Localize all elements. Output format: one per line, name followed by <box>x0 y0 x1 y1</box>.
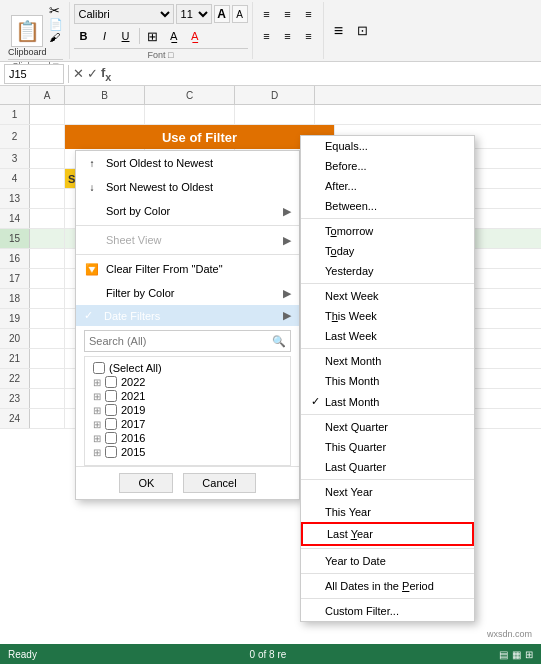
cell[interactable] <box>30 389 65 408</box>
bold-button[interactable]: B <box>74 26 94 46</box>
last-year-menu-item[interactable]: Last Year <box>301 522 474 546</box>
list-item[interactable]: ⊞ 2015 <box>93 445 282 459</box>
this-year-menu-item[interactable]: This Year <box>301 502 474 522</box>
next-month-menu-item[interactable]: Next Month <box>301 351 474 371</box>
insert-function-icon[interactable]: fx <box>101 65 111 83</box>
next-quarter-menu-item[interactable]: Next Quarter <box>301 417 474 437</box>
cell[interactable] <box>30 209 65 228</box>
align-center-button[interactable]: ≡ <box>278 26 298 46</box>
sort-color-menu-item[interactable]: Sort by Color ▶ <box>76 199 299 223</box>
cell-1a[interactable] <box>30 105 65 124</box>
cell[interactable] <box>30 369 65 388</box>
cancel-button[interactable]: Cancel <box>183 473 255 493</box>
last-month-menu-item[interactable]: ✓ Last Month <box>301 391 474 412</box>
cell-reference-input[interactable] <box>4 64 64 84</box>
cell[interactable] <box>30 189 65 208</box>
search-input[interactable] <box>85 335 268 347</box>
year-2017-checkbox[interactable] <box>105 418 117 430</box>
custom-filter-menu-item[interactable]: Custom Filter... <box>301 601 474 621</box>
equals-menu-item[interactable]: Equals... <box>301 136 474 156</box>
cell[interactable] <box>30 409 65 428</box>
cell-3a[interactable] <box>30 149 65 168</box>
yesterday-menu-item[interactable]: Yesterday <box>301 261 474 281</box>
select-all-checkbox[interactable] <box>93 362 105 374</box>
this-week-menu-item[interactable]: This Week <box>301 306 474 326</box>
year-2019-checkbox[interactable] <box>105 404 117 416</box>
clear-filter-menu-item[interactable]: 🔽 Clear Filter From "Date" <box>76 257 299 281</box>
font-name-select[interactable]: Calibri <box>74 4 174 24</box>
font-color-button[interactable]: A̲ <box>185 26 205 46</box>
cancel-formula-icon[interactable]: ✕ <box>73 66 84 81</box>
filter-color-menu-item[interactable]: Filter by Color ▶ <box>76 281 299 305</box>
cell-1b[interactable] <box>65 105 145 124</box>
last-week-menu-item[interactable]: Last Week <box>301 326 474 346</box>
decrease-font-button[interactable]: A <box>232 5 248 23</box>
paste-button[interactable]: 📋 Clipboard <box>8 15 47 57</box>
before-menu-item[interactable]: Before... <box>301 156 474 176</box>
tomorrow-menu-item[interactable]: Tomorrow <box>301 221 474 241</box>
list-item[interactable]: (Select All) <box>93 361 282 375</box>
date-filters-menu-item[interactable]: ✓ Date Filters ▶ <box>76 305 299 326</box>
cell[interactable] <box>30 329 65 348</box>
cell-2a[interactable] <box>30 125 65 148</box>
year-2016-checkbox[interactable] <box>105 432 117 444</box>
normal-view-icon[interactable]: ▤ <box>499 649 508 660</box>
year-2015-checkbox[interactable] <box>105 446 117 458</box>
last-quarter-menu-item[interactable]: Last Quarter <box>301 457 474 477</box>
format-painter-button[interactable]: 🖌 <box>49 32 63 43</box>
formula-input[interactable] <box>115 64 537 84</box>
sort-newest-menu-item[interactable]: ↓ Sort Newest to Oldest <box>76 175 299 199</box>
list-item[interactable]: ⊞ 2019 <box>93 403 282 417</box>
next-week-menu-item[interactable]: Next Week <box>301 286 474 306</box>
page-break-icon[interactable]: ⊞ <box>525 649 533 660</box>
align-left-button[interactable]: ≡ <box>257 26 277 46</box>
cell-1d[interactable] <box>235 105 315 124</box>
align-right-button[interactable]: ≡ <box>299 26 319 46</box>
italic-button[interactable]: I <box>95 26 115 46</box>
fill-color-button[interactable]: A̲ <box>164 26 184 46</box>
cell[interactable] <box>30 229 65 248</box>
cut-button[interactable]: ✂ <box>49 4 63 17</box>
today-menu-item[interactable]: Today <box>301 241 474 261</box>
between-menu-item[interactable]: Between... <box>301 196 474 216</box>
increase-font-button[interactable]: A <box>214 5 230 23</box>
cell[interactable] <box>30 349 65 368</box>
expand-icon[interactable]: ⊞ <box>93 419 101 430</box>
list-item[interactable]: ⊞ 2016 <box>93 431 282 445</box>
cell-4a[interactable] <box>30 169 65 188</box>
list-item[interactable]: ⊞ 2022 <box>93 375 282 389</box>
cell-1c[interactable] <box>145 105 235 124</box>
align-middle-button[interactable]: ≡ <box>278 4 298 24</box>
expand-icon[interactable]: ⊞ <box>93 433 101 444</box>
next-year-menu-item[interactable]: Next Year <box>301 482 474 502</box>
cell[interactable] <box>30 269 65 288</box>
expand-icon[interactable]: ⊞ <box>93 377 101 388</box>
copy-button[interactable]: 📄 <box>49 19 63 30</box>
all-dates-menu-item[interactable]: All Dates in the Period <box>301 576 474 596</box>
list-item[interactable]: ⊞ 2021 <box>93 389 282 403</box>
this-quarter-menu-item[interactable]: This Quarter <box>301 437 474 457</box>
year-to-date-menu-item[interactable]: Year to Date <box>301 551 474 571</box>
this-month-menu-item[interactable]: This Month <box>301 371 474 391</box>
confirm-formula-icon[interactable]: ✓ <box>87 66 98 81</box>
after-menu-item[interactable]: After... <box>301 176 474 196</box>
sort-oldest-menu-item[interactable]: ↑ Sort Oldest to Newest <box>76 151 299 175</box>
expand-icon[interactable]: ⊞ <box>93 447 101 458</box>
list-item[interactable]: ⊞ 2017 <box>93 417 282 431</box>
cell[interactable] <box>30 309 65 328</box>
underline-button[interactable]: U <box>116 26 136 46</box>
cell[interactable] <box>30 289 65 308</box>
cell[interactable] <box>30 249 65 268</box>
font-size-select[interactable]: 11 <box>176 4 212 24</box>
expand-icon[interactable]: ⊞ <box>93 391 101 402</box>
year-2022-checkbox[interactable] <box>105 376 117 388</box>
ok-button[interactable]: OK <box>119 473 173 493</box>
page-layout-icon[interactable]: ▦ <box>512 649 521 660</box>
year-2021-checkbox[interactable] <box>105 390 117 402</box>
merge-button[interactable]: ⊡ <box>352 21 374 41</box>
align-bottom-button[interactable]: ≡ <box>299 4 319 24</box>
wrap-text-button[interactable]: ≡ <box>328 21 350 41</box>
expand-icon[interactable]: ⊞ <box>93 405 101 416</box>
align-top-button[interactable]: ≡ <box>257 4 277 24</box>
border-button[interactable]: ⊞ <box>143 26 163 46</box>
